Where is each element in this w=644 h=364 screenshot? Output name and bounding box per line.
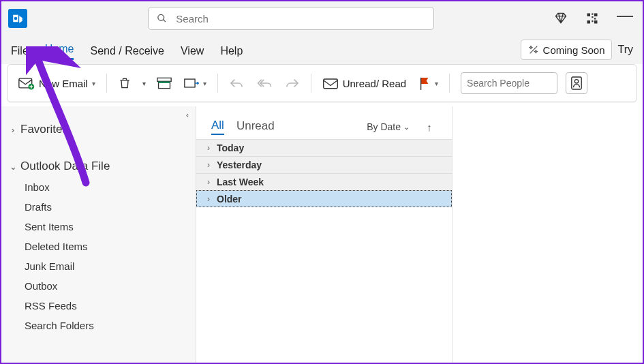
qr-icon[interactable]: [585, 12, 599, 25]
group-today[interactable]: › Today: [196, 139, 452, 156]
envelope-icon: [322, 76, 339, 90]
svg-rect-12: [158, 81, 170, 83]
delete-button[interactable]: [114, 71, 136, 95]
reply-all-icon: [256, 77, 273, 89]
premium-icon[interactable]: [554, 12, 568, 25]
tab-file[interactable]: File: [11, 45, 29, 60]
message-list-pane: All Unread By Date ⌄ ↑ › Today › Yesterd…: [196, 106, 453, 364]
datafile-label: Outlook Data File: [20, 160, 110, 173]
trash-icon: [118, 76, 132, 90]
chevron-down-icon: ⌄: [403, 123, 410, 132]
tab-home[interactable]: Home: [45, 43, 74, 60]
svg-rect-6: [592, 20, 593, 22]
group-label: Yesterday: [217, 160, 262, 170]
chevron-down-icon: ▾: [203, 80, 206, 87]
forward-button[interactable]: [281, 71, 304, 95]
svg-rect-10: [157, 78, 171, 81]
unread-read-button[interactable]: Unread/ Read: [318, 71, 410, 95]
filter-all[interactable]: All: [211, 119, 224, 135]
address-book-button[interactable]: [566, 72, 587, 94]
global-search-input[interactable]: [176, 13, 425, 25]
flag-icon: [418, 76, 431, 90]
group-label: Last Week: [217, 177, 264, 187]
chevron-right-icon: ›: [8, 125, 18, 135]
new-email-label: New Email: [39, 78, 88, 89]
group-label: Older: [217, 194, 242, 204]
folder-sent-items[interactable]: Sent Items: [22, 217, 196, 237]
folder-rss-feeds[interactable]: RSS Feeds: [22, 296, 196, 316]
forward-icon: [285, 77, 300, 89]
chevron-down-icon: ▾: [435, 80, 438, 87]
favorites-header[interactable]: › Favorites: [1, 119, 196, 140]
archive-icon: [157, 76, 172, 90]
folder-junk-email[interactable]: Junk Email: [22, 256, 196, 276]
filter-unread[interactable]: Unread: [236, 119, 275, 134]
wand-icon: [528, 44, 539, 55]
chevron-down-icon: ⌄: [8, 162, 18, 172]
coming-soon-label: Coming Soon: [543, 44, 605, 56]
folder-deleted-items[interactable]: Deleted Items: [22, 237, 196, 256]
datafile-header[interactable]: ⌄ Outlook Data File: [1, 155, 196, 177]
svg-rect-13: [185, 79, 195, 87]
chevron-down-icon: ▾: [92, 80, 95, 87]
svg-rect-5: [594, 18, 596, 19]
coming-soon-button[interactable]: Coming Soon: [521, 40, 613, 60]
chevron-right-icon: ›: [207, 143, 210, 153]
tab-help[interactable]: Help: [220, 45, 243, 60]
svg-rect-7: [594, 20, 598, 24]
group-last-week[interactable]: › Last Week: [196, 173, 452, 190]
search-icon: [157, 13, 167, 24]
svg-rect-1: [594, 14, 598, 17]
folder-drafts[interactable]: Drafts: [22, 197, 196, 217]
group-yesterday[interactable]: › Yesterday: [196, 156, 452, 173]
minimize-button[interactable]: —: [617, 15, 633, 22]
group-older[interactable]: › Older: [196, 190, 452, 207]
move-icon: [184, 76, 199, 90]
collapse-nav-icon[interactable]: ‹: [186, 110, 189, 120]
chevron-right-icon: ›: [207, 177, 210, 187]
separator: [106, 74, 107, 93]
tab-view[interactable]: View: [181, 45, 204, 60]
address-book-icon: [570, 76, 583, 90]
outlook-logo: [8, 9, 27, 28]
svg-rect-0: [587, 14, 591, 17]
folder-inbox[interactable]: Inbox: [22, 177, 196, 197]
delete-dropdown[interactable]: ▾: [140, 80, 149, 87]
separator: [449, 74, 450, 93]
archive-button[interactable]: [153, 71, 176, 95]
chevron-right-icon: ›: [207, 194, 210, 204]
favorites-label: Favorites: [20, 123, 68, 136]
svg-rect-2: [587, 20, 591, 24]
try-label[interactable]: Try: [617, 44, 633, 56]
sort-direction[interactable]: ↑: [422, 121, 437, 133]
svg-rect-4: [592, 16, 593, 18]
bydate-label: By Date: [367, 121, 401, 132]
reply-button[interactable]: [225, 71, 248, 95]
chevron-right-icon: ›: [207, 160, 210, 170]
svg-point-16: [574, 80, 578, 83]
folder-outbox[interactable]: Outbox: [22, 276, 196, 296]
new-email-icon: [18, 76, 35, 90]
reply-icon: [229, 77, 244, 89]
separator: [217, 74, 218, 93]
new-email-button[interactable]: New Email ▾: [14, 71, 99, 95]
svg-rect-3: [592, 14, 593, 15]
sort-by-date[interactable]: By Date ⌄: [367, 121, 410, 132]
folder-search-folders[interactable]: Search Folders: [22, 316, 196, 335]
move-button[interactable]: ▾: [180, 71, 211, 95]
search-people-input[interactable]: [467, 78, 551, 89]
reading-pane: [453, 106, 643, 364]
group-label: Today: [217, 142, 244, 153]
reply-all-button[interactable]: [252, 71, 277, 95]
tab-send-receive[interactable]: Send / Receive: [90, 45, 164, 60]
flag-button[interactable]: ▾: [414, 71, 442, 95]
svg-rect-14: [323, 79, 337, 89]
unread-read-label: Unread/ Read: [343, 78, 406, 89]
folder-pane: ‹ › Favorites ⌄ Outlook Data File Inbox …: [1, 106, 196, 364]
search-people[interactable]: [461, 72, 557, 94]
separator: [311, 74, 311, 93]
global-search[interactable]: [148, 7, 434, 30]
